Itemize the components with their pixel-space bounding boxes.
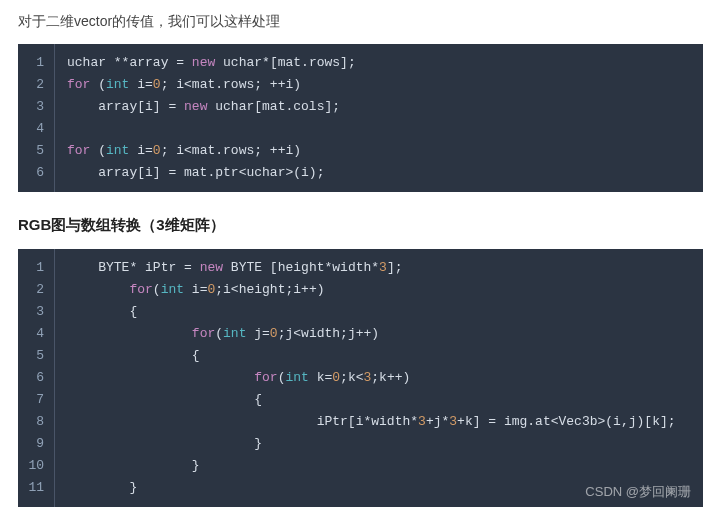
code-block-2: 1 2 3 4 5 6 7 8 9 10 11 BYTE* iPtr = new… xyxy=(18,249,703,507)
line-number: 3 xyxy=(26,96,44,118)
line-number: 1 xyxy=(26,52,44,74)
line-number: 4 xyxy=(26,118,44,140)
code-lines-1: uchar **array = new uchar*[mat.rows];for… xyxy=(55,44,703,192)
code-line: uchar **array = new uchar*[mat.rows]; xyxy=(67,52,691,74)
code-line: } xyxy=(67,477,691,499)
code-block-1: 1 2 3 4 5 6 uchar **array = new uchar*[m… xyxy=(18,44,703,192)
line-number: 5 xyxy=(26,140,44,162)
code-line: for(int j=0;j<width;j++) xyxy=(67,323,691,345)
line-number: 9 xyxy=(26,433,44,455)
code-line: { xyxy=(67,389,691,411)
line-number: 6 xyxy=(26,367,44,389)
code-line: } xyxy=(67,455,691,477)
line-number: 2 xyxy=(26,279,44,301)
line-number: 1 xyxy=(26,257,44,279)
code-line: } xyxy=(67,433,691,455)
code-line: BYTE* iPtr = new BYTE [height*width*3]; xyxy=(67,257,691,279)
code-line: array[i] = new uchar[mat.cols]; xyxy=(67,96,691,118)
code-line: for (int i=0; i<mat.rows; ++i) xyxy=(67,140,691,162)
line-number: 11 xyxy=(26,477,44,499)
line-number: 6 xyxy=(26,162,44,184)
code-lines-2: BYTE* iPtr = new BYTE [height*width*3]; … xyxy=(55,249,703,507)
heading-rgb: RGB图与数组转换（3维矩阵） xyxy=(0,202,721,245)
gutter-1: 1 2 3 4 5 6 xyxy=(18,44,55,192)
code-line: for (int i=0; i<mat.rows; ++i) xyxy=(67,74,691,96)
line-number: 5 xyxy=(26,345,44,367)
code-line: iPtr[i*width*3+j*3+k] = img.at<Vec3b>(i,… xyxy=(67,411,691,433)
code-line: for(int k=0;k<3;k++) xyxy=(67,367,691,389)
code-line: array[i] = mat.ptr<uchar>(i); xyxy=(67,162,691,184)
line-number: 4 xyxy=(26,323,44,345)
line-number: 8 xyxy=(26,411,44,433)
gutter-2: 1 2 3 4 5 6 7 8 9 10 11 xyxy=(18,249,55,507)
code-line: for(int i=0;i<height;i++) xyxy=(67,279,691,301)
line-number: 7 xyxy=(26,389,44,411)
code-line xyxy=(67,118,691,140)
code-line: { xyxy=(67,301,691,323)
line-number: 10 xyxy=(26,455,44,477)
line-number: 3 xyxy=(26,301,44,323)
intro-paragraph: 对于二维vector的传值，我们可以这样处理 xyxy=(0,0,721,40)
line-number: 2 xyxy=(26,74,44,96)
code-line: { xyxy=(67,345,691,367)
